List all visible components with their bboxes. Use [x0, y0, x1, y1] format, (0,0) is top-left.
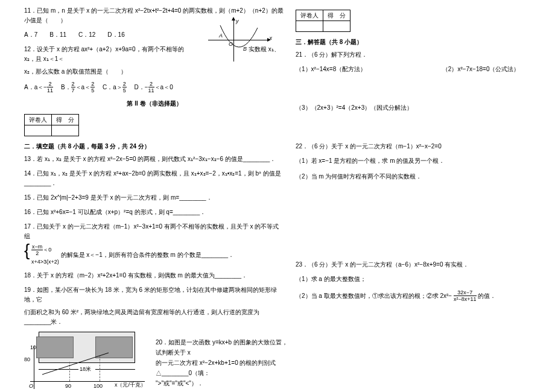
- q22-2: （2）当 m 为何值时方程有两个不同的实数根．: [296, 172, 549, 182]
- q12-part-c: x₂，那么实数 a 的取值范围是（ ）: [24, 67, 285, 77]
- q21-2: （2）x²−7x−18=0（公式法）: [442, 66, 520, 72]
- lin-80: 80: [24, 356, 30, 362]
- score-r-col2: 得 分: [323, 10, 350, 21]
- q13: 13．若 x₁，x₂ 是关于 x 的方程 x²−2x−5=0 的两根，则代数式 …: [24, 154, 285, 164]
- frac-c: 25: [122, 81, 127, 93]
- origin-label: O: [229, 41, 233, 47]
- frac-b2: 25: [90, 81, 95, 93]
- lin-xlabel: x（元/千克）: [115, 381, 146, 389]
- q23-1: （1）求 a 的最大整数值；: [296, 274, 549, 284]
- point-a-label: A: [219, 33, 223, 39]
- lin-90: 90: [65, 383, 71, 389]
- q21: 21．（6 分）解下列方程．: [296, 50, 549, 60]
- q12-opt-c: C．a＞: [97, 84, 122, 90]
- q23-frac: 32x−7x²−8x+11: [454, 290, 477, 302]
- lin-origin: O: [29, 383, 33, 389]
- svg-line-1: [42, 353, 109, 375]
- q19-b: 们面积之和为 60 米²，两块绿地之间及周边留有宽度相等的人行通道，则人行道的宽…: [24, 308, 285, 327]
- q20-text: 20．如图是一次函数 y=kx+b 的图象的大致位置，试判断关于 x 的一元二次…: [156, 337, 288, 388]
- fill-title: 二．填空题（共 8 小题，每题 3 分，共 24 分）: [24, 142, 285, 151]
- q23-2a: （2）当 a 取最大整数值时，①求出该方程的根；②求 2x²−: [296, 292, 452, 299]
- q21-1: （1）x²−14x=8（配方法）: [296, 66, 366, 72]
- axis-y-label: y: [236, 18, 239, 24]
- q22: 22．（6 分）关于 x 的一元二次方程（m−1）x²−x−2=0: [296, 142, 549, 151]
- q12-opt-a-pre: A．: [24, 84, 34, 90]
- score-table-right: 评卷人得 分: [296, 10, 350, 32]
- q18: 18．关于 x 的方程（m−2）x²+2x+1=0 有实数根，则偶数 m 的最大…: [24, 271, 285, 280]
- q12-options: A．a＜−211 B．27＜a＜25 C．a＞25 D．−211＜a＜0: [24, 81, 285, 93]
- q20-linear-graph: 80 90 100 O x（元/千克）: [24, 346, 145, 389]
- q23-2: （2）当 a 取最大整数值时，①求出该方程的根；②求 2x²− 32x−7x²−…: [296, 290, 549, 302]
- q17-ineq1-tail: ＜0: [43, 247, 51, 253]
- q20-b: 的一元二次方程 x²−2x+kb+1=0 的根的判别式 △________0（填…: [156, 358, 288, 378]
- score-r-col1: 评卷人: [296, 10, 323, 21]
- answer-title: 三．解答题（共 8 小题）: [296, 38, 549, 46]
- q15: 15．已知 2x^|m|−2+3=9 是关于 x 的一元二次方程，则 m=___…: [24, 193, 285, 203]
- frac-b1: 27: [71, 81, 75, 93]
- q17-tail: 的解集是 x＜−1，则所有符合条件的整数 m 的个数是________．: [61, 251, 235, 258]
- q21-3: （3）（2x+3）²=4（2x+3）（因式分解法）: [296, 103, 549, 113]
- frac-a: 211: [47, 81, 53, 93]
- q12-opt-d-tail: ＜a＜0: [154, 84, 173, 90]
- q19-a: 19．如图，某小区有一块长为 18 米，宽为 6 米的矩形空地，计划在其中修建两…: [24, 285, 285, 305]
- q20-a: 20．如图是一次函数 y=kx+b 的图象的大致位置，试判断关于 x: [156, 337, 288, 358]
- frac-d: 211: [148, 81, 154, 93]
- q23: 23．（6 分）关于 x 的一元二次方程（a−6）x²−8x+9=0 有实根．: [296, 260, 549, 270]
- q12-opt-b-pre: B．: [55, 84, 71, 90]
- score-table-left: 评卷人得 分: [24, 114, 79, 136]
- q12-opt-b-mid: ＜a＜: [75, 84, 91, 90]
- q17-a: 17．已知关于 x 的一元二次方程（m−1）x²−3x+1=0 有两个不相等的实…: [24, 222, 285, 241]
- q17-ineq2: x+4>3(x+2): [31, 258, 59, 266]
- q12-part-a: 12．设关于 x 的方程 ax²+（a+2）x+9a=0，有两个不相等的: [24, 46, 184, 52]
- axis-x-label: x: [270, 35, 273, 41]
- q14: 14．已知 x₁，x₂ 是关于 x 的方程 x²+ax−2b=0 的两实数根，且…: [24, 169, 285, 188]
- q23-2b: 的值．: [478, 292, 496, 299]
- q12-parabola-graph: y x O A B: [208, 19, 268, 62]
- q12-opt-a: a＜−: [34, 84, 47, 90]
- q17-system: x−m2＜0 x+4>3(x+2) 的解集是 x＜−1，则所有符合条件的整数 m…: [24, 244, 285, 266]
- lin-100: 100: [94, 383, 103, 389]
- score-col2: 得 分: [52, 115, 79, 125]
- point-b-label: B: [243, 46, 247, 52]
- right-column: 评卷人得 分 三．解答题（共 8 小题） 21．（6 分）解下列方程． （1）x…: [290, 0, 555, 392]
- q20-c: ">"或"="或"<"）．: [156, 378, 288, 388]
- left-column: 11．已知 m，n 是关于 x 的一元二次方程 x²−2tx+t²−2t+4=0…: [0, 0, 290, 392]
- q21-row: （1）x²−14x=8（配方法） （2）x²−7x−18=0（公式法）: [296, 65, 549, 74]
- part2-title: 第 II 卷（非选择题）: [24, 100, 285, 108]
- q12-opt-d-pre: D．−: [128, 84, 148, 90]
- q16: 16．已知 x²+6x=−1 可以配成（x+p）²=q 的形式，则 q=____…: [24, 207, 285, 217]
- score-col1: 评卷人: [25, 115, 52, 125]
- q22-1: （1）若 x=−1 是方程的一个根，求 m 的值及另一个根．: [296, 156, 549, 166]
